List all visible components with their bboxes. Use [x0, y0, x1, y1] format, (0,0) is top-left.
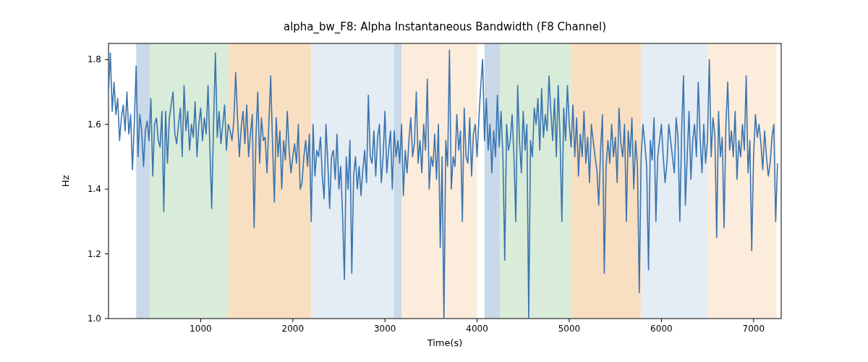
y-ticks: 1.01.21.41.61.8 — [88, 54, 109, 324]
region — [641, 43, 707, 319]
region — [394, 43, 401, 319]
x-ticks: 1000200030004000500060007000 — [190, 319, 765, 334]
chart-title: alpha_bw_F8: Alpha Instantaneous Bandwid… — [284, 20, 606, 34]
y-tick-label: 1.4 — [88, 184, 101, 194]
line-chart: 10002000300040005000600070001.01.21.41.6… — [0, 0, 868, 362]
y-tick-label: 1.6 — [88, 119, 101, 130]
y-tick-label: 1.0 — [88, 313, 101, 324]
x-tick-label: 2000 — [282, 324, 305, 334]
region — [485, 43, 501, 319]
x-axis-label: Time(s) — [427, 337, 463, 348]
y-axis-label: Hz — [60, 175, 71, 188]
x-tick-label: 7000 — [743, 324, 765, 334]
x-tick-label: 1000 — [190, 324, 212, 334]
y-tick-label: 1.8 — [88, 54, 101, 64]
chart-container: 10002000300040005000600070001.01.21.41.6… — [0, 0, 868, 362]
x-tick-label: 6000 — [650, 324, 673, 334]
region — [136, 43, 150, 319]
region — [229, 43, 312, 319]
x-tick-label: 4000 — [466, 324, 488, 334]
y-tick-label: 1.2 — [88, 249, 101, 259]
x-tick-label: 5000 — [558, 324, 581, 334]
x-tick-label: 3000 — [374, 324, 396, 334]
